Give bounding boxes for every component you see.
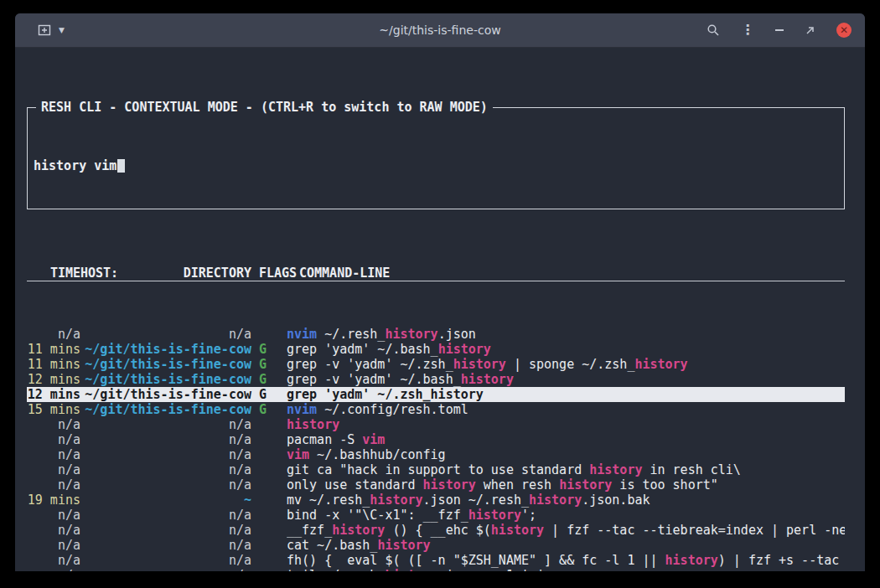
history-row[interactable]: n/an/agit ca "hack in support to use sta… <box>27 462 845 477</box>
row-command: __fzf_history () { __ehc $(history | fzf… <box>287 523 845 538</box>
row-time: n/a <box>27 477 80 493</box>
column-time: TIME <box>27 266 80 281</box>
row-command: history <box>287 417 845 432</box>
row-time: 19 mins <box>27 493 80 508</box>
row-command: fh() { eval $( ([ -n "$ZSH_NAME" ] && fc… <box>287 553 845 568</box>
history-row[interactable]: 12 mins~/git/this-is-fine-cowGgrep 'yadm… <box>27 387 845 402</box>
history-row[interactable]: 11 mins~/git/this-is-fine-cowGgrep 'yadm… <box>27 342 845 357</box>
search-button[interactable] <box>707 23 720 37</box>
search-box: RESH CLI - CONTEXTUAL MODE - (CTRL+R to … <box>27 107 845 209</box>
tab-dropdown-caret[interactable]: ▼ <box>59 26 65 34</box>
row-flags <box>251 568 287 571</box>
row-flags <box>251 538 287 553</box>
history-row[interactable]: n/an/apacman -S vim <box>27 432 845 447</box>
row-host-directory: n/a <box>80 477 251 493</box>
row-command: vim ~/.bashhub/config <box>287 447 845 462</box>
history-row[interactable]: n/an/aonly use standard history when res… <box>27 477 845 493</box>
row-command: tail ~/.resh_history.json -n 1 | jq <box>287 568 845 571</box>
new-tab-icon <box>38 24 53 37</box>
row-time: n/a <box>27 538 80 553</box>
column-host-label: HOST: <box>80 266 118 281</box>
history-row[interactable]: 12 mins~/git/this-is-fine-cowGgrep -v 'y… <box>27 372 845 387</box>
row-command: grep -v 'yadm' ~/.bash_history <box>287 372 845 387</box>
row-host-directory: ~/git/this-is-fine-cow <box>80 387 251 402</box>
row-host-directory: ~ <box>80 493 251 508</box>
history-row[interactable]: 15 mins~/git/this-is-fine-cowGnvim ~/.co… <box>27 402 845 417</box>
column-flags: FLAGS <box>251 266 287 281</box>
history-row[interactable]: n/an/avim ~/.bashhub/config <box>27 447 845 462</box>
row-host-directory: n/a <box>80 553 251 568</box>
history-row[interactable]: n/an/anvim ~/.resh_history.json <box>27 327 845 342</box>
restore-icon <box>805 25 815 36</box>
row-flags: G <box>251 402 287 417</box>
row-host-directory: n/a <box>80 538 251 553</box>
column-command: COMMAND-LINE <box>287 266 845 281</box>
row-host-directory: n/a <box>80 508 251 523</box>
row-command: mv ~/.resh_history.json ~/.resh_history.… <box>287 493 845 508</box>
row-time: 15 mins <box>27 402 80 417</box>
search-icon <box>707 23 720 37</box>
row-host-directory: n/a <box>80 523 251 538</box>
terminal-window: ▼ ~/git/this-is-fine-cow ⋮ ✕ <box>15 13 865 571</box>
column-header: TIME HOST: DIRECTORY FLAGS COMMAND-LINE <box>27 266 845 281</box>
row-host-directory: ~/git/this-is-fine-cow <box>80 342 251 357</box>
row-time: 12 mins <box>27 387 80 402</box>
history-row[interactable]: 11 mins~/git/this-is-fine-cowGgrep -v 'y… <box>27 357 845 372</box>
resh-cli-panel: RESH CLI - CONTEXTUAL MODE - (CTRL+R to … <box>15 47 865 571</box>
row-flags: G <box>251 342 287 357</box>
search-box-title: RESH CLI - CONTEXTUAL MODE - (CTRL+R to … <box>36 100 493 115</box>
text-cursor <box>117 159 125 173</box>
history-row[interactable]: n/an/afh() { eval $( ([ -n "$ZSH_NAME" ]… <box>27 553 845 568</box>
row-host-directory: n/a <box>80 568 251 571</box>
history-row[interactable]: n/an/acat ~/.bash_history <box>27 538 845 553</box>
row-time: 12 mins <box>27 372 80 387</box>
row-flags <box>251 553 287 568</box>
search-query: history vim <box>34 158 116 173</box>
history-row[interactable]: n/an/a__fzf_history () { __ehc $(history… <box>27 523 845 538</box>
history-row[interactable]: 19 mins~mv ~/.resh_history.json ~/.resh_… <box>27 493 845 508</box>
row-command: grep -v 'yadm' ~/.zsh_history | sponge ~… <box>287 357 845 372</box>
row-command: only use standard history when resh hist… <box>287 477 845 493</box>
row-time: n/a <box>27 553 80 568</box>
row-flags <box>251 508 287 523</box>
row-command: git ca "hack in support to use standard … <box>287 462 845 477</box>
row-host-directory: ~/git/this-is-fine-cow <box>80 372 251 387</box>
row-command: grep 'yadm' ~/.bash_history <box>287 342 845 357</box>
search-input[interactable]: history vim <box>34 158 838 173</box>
minimize-button[interactable] <box>775 29 784 31</box>
row-flags <box>251 447 287 462</box>
row-host-directory: ~/git/this-is-fine-cow <box>80 357 251 372</box>
close-button[interactable]: ✕ <box>836 23 852 38</box>
restore-button[interactable] <box>805 25 815 36</box>
row-flags <box>251 417 287 432</box>
row-flags <box>251 493 287 508</box>
row-host-directory: n/a <box>80 327 251 342</box>
row-flags <box>251 462 287 477</box>
row-host-directory: ~/git/this-is-fine-cow <box>80 402 251 417</box>
row-time: n/a <box>27 508 80 523</box>
row-time: 11 mins <box>27 357 80 372</box>
close-icon: ✕ <box>840 25 848 35</box>
row-flags <box>251 523 287 538</box>
row-flags <box>251 327 287 342</box>
row-host-directory: n/a <box>80 417 251 432</box>
row-flags: G <box>251 357 287 372</box>
row-time: n/a <box>27 417 80 432</box>
history-row[interactable]: n/an/atail ~/.resh_history.json -n 1 | j… <box>27 568 845 571</box>
column-directory-label: DIRECTORY <box>184 266 251 281</box>
minimize-icon <box>775 29 784 31</box>
row-time: 11 mins <box>27 342 80 357</box>
menu-button[interactable]: ⋮ <box>741 23 754 37</box>
kebab-icon: ⋮ <box>741 23 754 37</box>
row-flags <box>251 477 287 493</box>
row-host-directory: n/a <box>80 447 251 462</box>
new-tab-button[interactable] <box>38 24 53 37</box>
row-flags: G <box>251 387 287 402</box>
history-row[interactable]: n/an/ahistory <box>27 417 845 432</box>
row-host-directory: n/a <box>80 462 251 477</box>
row-time: n/a <box>27 462 80 477</box>
row-command: nvim ~/.config/resh.toml <box>287 402 845 417</box>
row-command: cat ~/.bash_history <box>287 538 845 553</box>
history-row[interactable]: n/an/abind -x '"\C-x1": __fzf_history'; <box>27 508 845 523</box>
row-command: pacman -S vim <box>287 432 845 447</box>
